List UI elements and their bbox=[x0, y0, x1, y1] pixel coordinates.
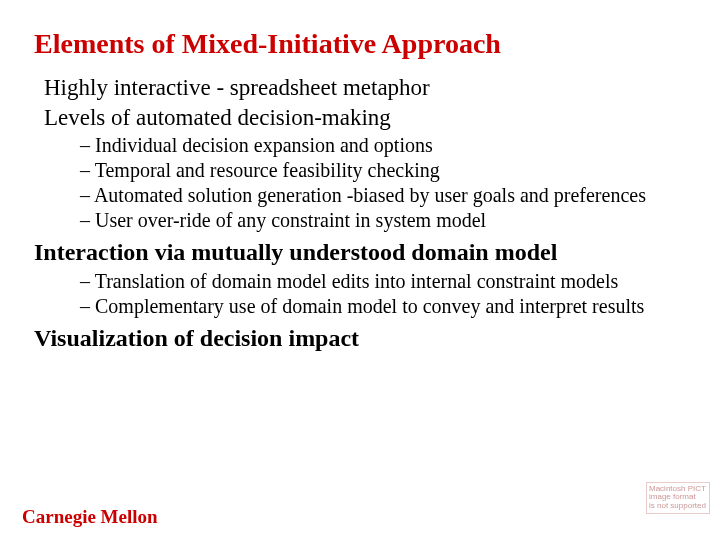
sublist-levels: Individual decision expansion and option… bbox=[80, 133, 686, 233]
bullet-levels: Levels of automated decision-making bbox=[44, 104, 686, 132]
sub-item: Complementary use of domain model to con… bbox=[80, 294, 686, 319]
footer-branding: Carnegie Mellon bbox=[22, 506, 158, 528]
sub-item: User over-ride of any constraint in syst… bbox=[80, 208, 686, 233]
stamp-line: is not supported bbox=[649, 502, 707, 511]
bullet-visualization: Visualization of decision impact bbox=[34, 323, 686, 353]
slide-title: Elements of Mixed-Initiative Approach bbox=[34, 28, 686, 60]
sub-item: Individual decision expansion and option… bbox=[80, 133, 686, 158]
sub-item: Temporal and resource feasibility checki… bbox=[80, 158, 686, 183]
missing-image-stamp: Macintosh PICT image format is not suppo… bbox=[646, 482, 710, 514]
sublist-interaction: Translation of domain model edits into i… bbox=[80, 269, 686, 319]
sub-item: Translation of domain model edits into i… bbox=[80, 269, 686, 294]
bullet-interactive: Highly interactive - spreadsheet metapho… bbox=[44, 74, 686, 102]
bullet-interaction: Interaction via mutually understood doma… bbox=[34, 237, 686, 267]
sub-item: Automated solution generation -biased by… bbox=[80, 183, 686, 208]
